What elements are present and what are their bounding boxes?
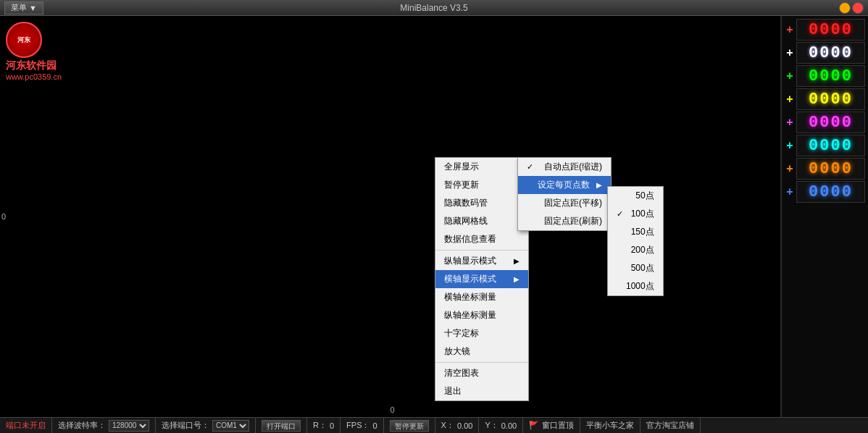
- main-area: 河东 河东软件园 www.pc0359.cn 0 0 全屏显示 暂停更新 隐藏数…: [0, 16, 868, 417]
- y-label: Y：: [485, 420, 498, 431]
- digit-display-4: 0000: [796, 88, 865, 110]
- baud-select[interactable]: 128000 9600 115200 57600: [109, 420, 149, 432]
- titlebar: 菜单 ▼ MiniBalance V3.5: [0, 0, 868, 16]
- menu-h-axis-mode[interactable]: 横轴显示模式 ▶: [435, 270, 528, 288]
- menu-arrow-icon: ▼: [29, 4, 37, 12]
- menu-clear-chart[interactable]: 清空图表: [435, 364, 528, 382]
- submenu-1000[interactable]: ✓ 1000点: [608, 277, 663, 295]
- menu-fullscreen[interactable]: 全屏显示: [435, 158, 528, 176]
- plus-btn-4[interactable]: +: [785, 93, 795, 105]
- submenu-points: ✓ 50点 ✓ 100点 ✓ 150点 ✓ 200点 ✓ 500点 ✓ 1000…: [607, 186, 664, 296]
- logo-watermark: 河东 河东软件园 www.pc0359.cn: [6, 22, 62, 81]
- r-label: R：: [313, 420, 327, 431]
- plus-btn-1[interactable]: +: [785, 24, 795, 35]
- menu-crosshair[interactable]: 十字定标: [435, 324, 528, 342]
- menu-hide-grid[interactable]: 隐藏网格线: [435, 212, 528, 230]
- x-axis-zero-label: 0: [391, 405, 395, 414]
- menu-exit[interactable]: 退出: [435, 382, 528, 400]
- logo-url: www.pc0359.cn: [6, 72, 62, 81]
- balance-car-segment[interactable]: 平衡小车之家: [580, 418, 640, 433]
- digit-display-7: 0000: [796, 158, 865, 180]
- menu-magnifier[interactable]: 放大镜: [435, 342, 528, 361]
- y-coord-segment: Y： 0.00: [479, 418, 523, 433]
- y-value: 0.00: [501, 421, 517, 430]
- digit-row-4: + 0000: [782, 88, 868, 110]
- submenu-set-points[interactable]: ✓ 设定每页点数 ▶: [518, 176, 611, 194]
- menu-sep-1: [435, 250, 528, 251]
- submenu-50[interactable]: ✓ 50点: [608, 187, 663, 205]
- menu-h-axis-measure[interactable]: 横轴坐标测量: [435, 288, 528, 306]
- menu-v-axis-measure[interactable]: 纵轴坐标测量: [435, 306, 528, 324]
- plus-btn-8[interactable]: +: [785, 186, 795, 198]
- window-controls: [839, 2, 864, 14]
- y-axis-zero-label: 0: [1, 212, 6, 221]
- window-top-segment[interactable]: 🚩 窗口置顶: [523, 418, 580, 433]
- plus-btn-7[interactable]: +: [785, 163, 795, 175]
- menu-label: 菜单: [11, 2, 27, 13]
- menu-arrow-icon-h: ▶: [514, 275, 519, 283]
- x-coord-segment: X： 0.00: [435, 418, 480, 433]
- check-fixed-refresh: ✓: [527, 216, 533, 226]
- pause-button[interactable]: 暂停更新: [390, 420, 429, 432]
- menu-arrow-icon-v: ▶: [514, 257, 519, 265]
- check-auto-shrink: ✓: [527, 162, 533, 172]
- submenu-100[interactable]: ✓ 100点: [608, 205, 663, 223]
- statusbar: 端口未开启 选择波特率： 128000 9600 115200 57600 选择…: [0, 417, 868, 433]
- plus-btn-5[interactable]: +: [785, 117, 795, 128]
- window-top-label: 窗口置顶: [542, 420, 574, 431]
- port-segment: 选择端口号： COM1 COM2 COM3: [156, 418, 256, 433]
- plus-btn-3[interactable]: +: [785, 70, 795, 82]
- flag-icon: 🚩: [529, 421, 539, 430]
- x-label: X：: [441, 420, 454, 431]
- port-status-text: 端口未开启: [6, 420, 46, 431]
- plus-btn-6[interactable]: +: [785, 140, 795, 151]
- digit-row-3: + 0000: [782, 65, 868, 87]
- menu-sep-2: [435, 362, 528, 363]
- digit-panel: + 0000 + 0000 + 0000 + 0000 + 0000 + 000…: [781, 16, 868, 417]
- chart-area[interactable]: 河东 河东软件园 www.pc0359.cn 0 0 全屏显示 暂停更新 隐藏数…: [0, 16, 781, 417]
- submenu-200[interactable]: ✓ 200点: [608, 241, 663, 259]
- window-title: MiniBalance V3.5: [400, 3, 467, 13]
- submenu-fixed-pan[interactable]: ✓ 固定点距(平移): [518, 194, 611, 212]
- r-segment: R： 0: [307, 418, 341, 433]
- plus-btn-2[interactable]: +: [785, 47, 795, 59]
- digit-row-8: + 0000: [782, 181, 868, 203]
- digit-display-3: 0000: [796, 65, 865, 87]
- menu-hide-digits[interactable]: 隐藏数码管: [435, 194, 528, 212]
- check-100: ✓: [617, 209, 623, 219]
- digit-display-2: 0000: [796, 42, 865, 64]
- baud-segment: 选择波特率： 128000 9600 115200 57600: [52, 418, 156, 433]
- fps-segment: FPS： 0: [341, 418, 384, 433]
- menu-pause[interactable]: 暂停更新: [435, 176, 528, 194]
- submenu-150[interactable]: ✓ 150点: [608, 223, 663, 241]
- digit-row-5: + 0000: [782, 112, 868, 133]
- menu-v-axis-mode[interactable]: 纵轴显示模式 ▶: [435, 252, 528, 270]
- digit-row-2: + 0000: [782, 42, 868, 64]
- digit-display-5: 0000: [796, 112, 865, 133]
- menu-data-info[interactable]: 数据信息查看: [435, 230, 528, 248]
- context-menu: 全屏显示 暂停更新 隐藏数码管 隐藏网格线 数据信息查看 纵轴显示模式 ▶ 横轴…: [435, 157, 529, 401]
- balance-car-label: 平衡小车之家: [586, 420, 634, 431]
- open-port-segment: 打开端口: [256, 418, 307, 433]
- digit-row-7: + 0000: [782, 158, 868, 180]
- open-port-button[interactable]: 打开端口: [262, 420, 301, 432]
- check-set-points: ✓: [527, 180, 533, 190]
- port-select[interactable]: COM1 COM2 COM3: [212, 420, 249, 432]
- close-button[interactable]: [852, 2, 864, 14]
- logo-company-name: 河东软件园: [6, 59, 62, 72]
- taobao-segment[interactable]: 官方淘宝店铺: [640, 418, 701, 433]
- fps-label: FPS：: [346, 420, 370, 431]
- submenu-auto-shrink[interactable]: ✓ 自动点距(缩进): [518, 158, 611, 176]
- submenu-h-axis: ✓ 自动点距(缩进) ✓ 设定每页点数 ▶ ✓ 固定点距(平移) ✓ 固定点距(…: [517, 157, 612, 231]
- r-value: 0: [330, 421, 334, 430]
- submenu-fixed-refresh[interactable]: ✓ 固定点距(刷新): [518, 212, 611, 230]
- menu-button[interactable]: 菜单 ▼: [4, 1, 43, 14]
- submenu-500[interactable]: ✓ 500点: [608, 259, 663, 277]
- menu-arrow-points: ▶: [596, 181, 602, 189]
- fps-value: 0: [372, 421, 377, 430]
- logo-circle-text: 河东: [17, 35, 30, 45]
- pause-segment: 暂停更新: [384, 418, 435, 433]
- titlebar-left: 菜单 ▼: [4, 1, 43, 14]
- minimize-button[interactable]: [839, 2, 851, 14]
- x-value: 0.00: [457, 421, 472, 430]
